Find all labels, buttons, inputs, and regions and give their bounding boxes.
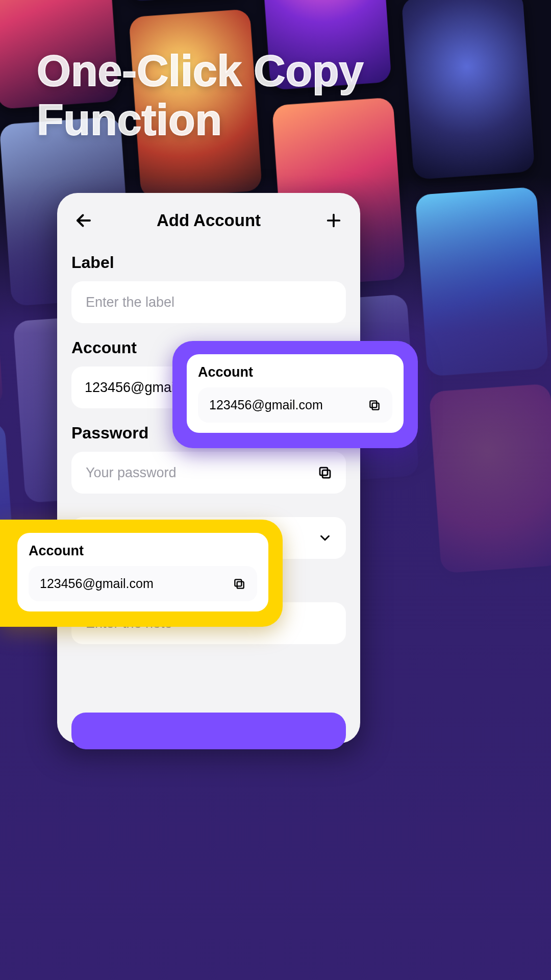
callout-yellow-title: Account xyxy=(29,543,257,559)
hero-headline: One-Click Copy Function xyxy=(37,46,418,144)
callout-yellow: Account 123456@gmail.com xyxy=(0,520,283,627)
chevron-down-icon xyxy=(317,530,333,546)
svg-rect-6 xyxy=(370,401,377,407)
label-heading: Label xyxy=(71,253,346,272)
copy-password-button[interactable] xyxy=(317,465,333,480)
plus-icon xyxy=(325,212,342,229)
password-field[interactable] xyxy=(71,452,346,494)
svg-rect-8 xyxy=(235,579,241,586)
callout-yellow-field: 123456@gmail.com xyxy=(29,566,257,601)
svg-rect-4 xyxy=(320,468,328,475)
svg-rect-7 xyxy=(237,581,244,588)
section-label: Label xyxy=(57,253,360,323)
back-button[interactable] xyxy=(71,208,96,233)
password-input[interactable] xyxy=(85,464,317,481)
add-button[interactable] xyxy=(321,208,346,233)
add-account-card: Add Account Label Account 123456@gmail.c… xyxy=(57,193,360,743)
callout-yellow-value: 123456@gmail.com xyxy=(40,576,154,591)
callout-purple-copy-button[interactable] xyxy=(368,399,381,412)
callout-purple-field: 123456@gmail.com xyxy=(198,387,392,423)
save-button[interactable] xyxy=(71,713,346,743)
callout-purple: Account 123456@gmail.com xyxy=(172,341,418,448)
callout-yellow-copy-button[interactable] xyxy=(233,577,246,591)
page-title: Add Account xyxy=(157,211,261,230)
callout-purple-value: 123456@gmail.com xyxy=(209,398,323,412)
label-field[interactable] xyxy=(71,281,346,323)
label-input[interactable] xyxy=(85,294,333,311)
copy-icon xyxy=(368,399,381,412)
copy-icon xyxy=(233,577,246,591)
callout-purple-title: Account xyxy=(198,364,392,380)
appbar: Add Account xyxy=(57,193,360,238)
svg-rect-3 xyxy=(322,470,330,478)
copy-icon xyxy=(317,465,333,480)
svg-rect-5 xyxy=(372,403,379,409)
arrow-left-icon xyxy=(74,211,93,230)
